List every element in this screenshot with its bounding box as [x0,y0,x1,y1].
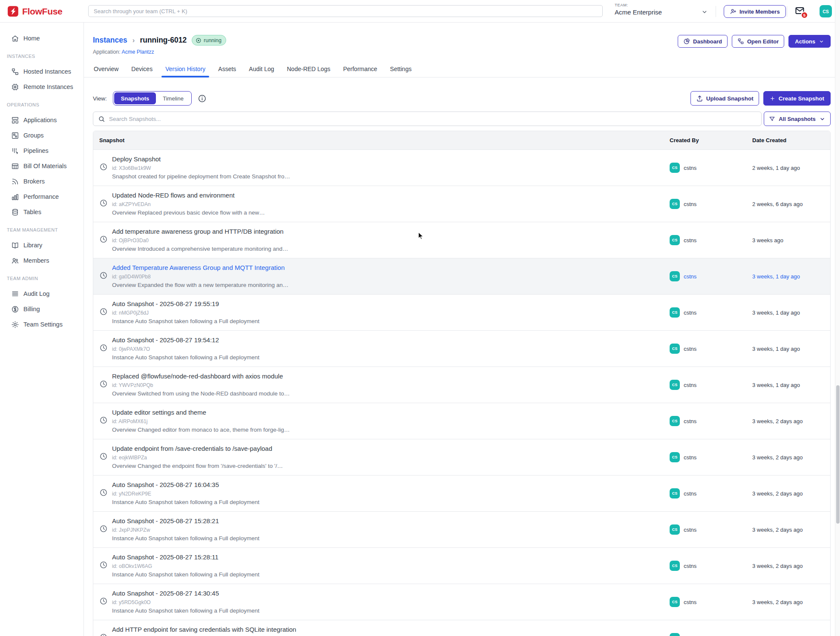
snapshot-title: Updated Node-RED flows and environment [112,192,235,199]
plus-icon [770,96,775,101]
team-selector[interactable]: TEAM: Acme Enterprise [615,3,711,20]
creator-name: cstns [684,454,696,461]
snapshot-date: 2 weeks, 1 day ago [752,165,800,171]
tab-settings[interactable]: Settings [389,62,413,77]
sidebar-item-library[interactable]: Library [0,239,83,251]
snapshot-creator: CS cstns [670,524,696,535]
members-icon [11,257,19,265]
tab-performance[interactable]: Performance [342,62,378,77]
home-icon [11,34,19,43]
pipelines-icon [11,147,19,155]
sidebar-item-performance[interactable]: Performance [0,191,83,203]
column-header-snapshot: Snapshot [99,131,124,150]
table-row[interactable]: Updated Node-RED flows and environment i… [93,186,830,222]
user-avatar[interactable]: CS [820,5,832,17]
team-search-input[interactable] [88,5,603,17]
actions-button[interactable]: Actions [788,35,831,48]
tab-audit-log[interactable]: Audit Log [248,62,275,77]
tab-devices[interactable]: Devices [130,62,153,77]
brokers-icon [11,178,19,186]
top-bar: FlowFuse TEAM: Acme Enterprise Invite Me… [0,0,840,23]
table-row[interactable]: Auto Snapshot - 2025-08-27 15:28:11 id: … [93,548,830,584]
sidebar-item-label: Bill Of Materials [23,163,67,169]
table-row[interactable]: Deploy Snapshot id: X3o6Bw1k9W Snapshot … [93,150,830,186]
upload-icon [696,95,703,102]
table-row[interactable]: Add temperature awareness group and HTTP… [93,222,830,258]
creator-avatar: CS [670,235,680,245]
creator-name: cstns [684,490,696,497]
creator-avatar: CS [670,344,680,354]
snapshot-actions: Upload Snapshot Create Snapshot [690,91,831,106]
snapshot-id: id: yN2DReKP9E [112,491,151,497]
table-row[interactable]: Replaced @flowfuse/node-red-dashboard wi… [93,367,830,403]
create-snapshot-button[interactable]: Create Snapshot [763,91,831,106]
snapshot-title: Update endpoint from /save-credentials t… [112,445,272,452]
snapshot-filter-dropdown[interactable]: All Snapshots [764,112,831,126]
table-row[interactable]: Update editor settings and theme id: AlR… [93,403,830,439]
clock-icon [99,344,108,352]
sidebar-item-label: Audit Log [23,290,49,297]
sidebar-item-applications[interactable]: Applications [0,114,83,126]
table-row[interactable]: Auto Snapshot - 2025-08-27 14:30:45 id: … [93,584,830,620]
snapshot-title: Update editor settings and theme [112,409,206,416]
table-row[interactable]: Added Temperature Awareness Group and MQ… [93,258,830,295]
creator-name: cstns [684,309,696,316]
open-editor-button[interactable]: Open Editor [732,35,784,48]
upload-snapshot-button[interactable]: Upload Snapshot [690,91,759,106]
sidebar-section-label: TEAM ADMIN [0,276,83,281]
tab-overview[interactable]: Overview [93,62,119,77]
info-icon[interactable] [198,94,207,103]
view-label: View: [93,95,107,102]
dashboard-button[interactable]: Dashboard [678,35,728,48]
sidebar-item-bill-of-materials[interactable]: Bill Of Materials [0,160,83,172]
sidebar-item-tables[interactable]: Tables [0,206,83,218]
snapshot-date: 3 weeks, 1 day ago [752,382,800,388]
creator-avatar: CS [670,524,680,535]
table-row[interactable]: Update endpoint from /save-credentials t… [93,439,830,476]
sidebar-item-remote-instances[interactable]: Remote Instances [0,81,83,93]
sidebar-item-home[interactable]: Home [0,32,83,44]
sidebar-item-billing[interactable]: Billing [0,303,83,315]
application-link[interactable]: Acme Plantzz [121,49,154,55]
creator-avatar: CS [670,561,680,571]
chevron-down-icon[interactable] [701,9,708,15]
sidebar-item-team-settings[interactable]: Team Settings [0,318,83,330]
status-badge: running [192,35,226,46]
sidebar-item-groups[interactable]: Groups [0,129,83,141]
scrollbar-thumb[interactable] [836,385,840,524]
sidebar-item-hosted-instances[interactable]: Hosted Instances [0,66,83,77]
tab-node-red-logs[interactable]: Node-RED Logs [286,62,331,77]
sidebar-item-label: Billing [23,306,40,312]
snapshot-description: Instance Auto Snapshot taken following a… [112,607,259,614]
tab-version-history[interactable]: Version History [164,62,206,77]
snapshot-id: id: JxpPJNKPZw [112,527,150,533]
snapshot-date: 3 weeks ago [752,237,783,244]
sidebar-item-audit-log[interactable]: Audit Log [0,288,83,300]
column-header-created-by: Created By [670,131,699,150]
snapshot-description: Overview Expanded the flow with a new te… [112,282,288,288]
snapshot-filter-label: All Snapshots [779,116,816,122]
view-segment-timeline[interactable]: Timeline [156,92,190,104]
chevron-down-icon [819,116,826,122]
sidebar-item-members[interactable]: Members [0,255,83,266]
sidebar-item-brokers[interactable]: Brokers [0,175,83,187]
create-snapshot-label: Create Snapshot [779,95,824,102]
table-row[interactable]: Auto Snapshot - 2025-08-27 19:54:12 id: … [93,331,830,367]
breadcrumb-instances-link[interactable]: Instances [93,36,127,45]
flowfuse-logo[interactable]: FlowFuse [7,6,62,17]
sidebar-item-pipelines[interactable]: Pipelines [0,145,83,157]
table-row[interactable]: Auto Snapshot - 2025-08-27 15:28:21 id: … [93,512,830,548]
sidebar-item-label: Performance [23,193,59,200]
sidebar-item-label: Team Settings [23,321,63,328]
snapshot-creator: CS cstns [670,452,696,462]
tab-assets[interactable]: Assets [217,62,237,77]
table-row[interactable]: Add HTTP endpoint for saving credentials… [93,620,830,636]
view-segment-snapshots[interactable]: Snapshots [114,92,156,104]
snapshot-description: Instance Auto Snapshot taken following a… [112,571,259,578]
pie-chart-icon [683,38,690,45]
table-row[interactable]: Auto Snapshot - 2025-08-27 19:55:19 id: … [93,295,830,331]
snapshot-search-input[interactable] [109,116,757,122]
snapshot-title: Replaced @flowfuse/node-red-dashboard wi… [112,372,283,380]
table-row[interactable]: Auto Snapshot - 2025-08-27 16:04:35 id: … [93,476,830,512]
invite-members-button[interactable]: Invite Members [724,5,786,18]
